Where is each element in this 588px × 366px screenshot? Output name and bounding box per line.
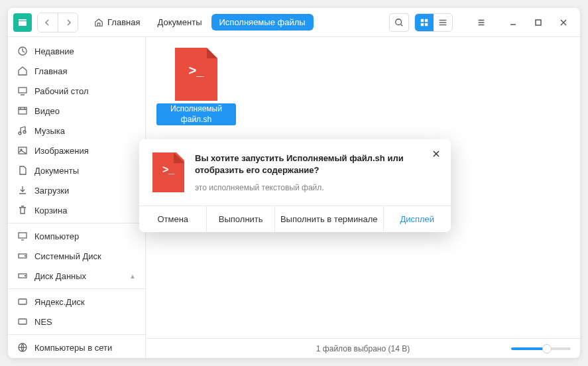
view-mode-group — [414, 13, 453, 32]
cloud-icon — [17, 296, 28, 307]
video-icon — [17, 105, 28, 116]
search-button[interactable] — [389, 13, 409, 32]
sidebar-item-music[interactable]: Музыка — [8, 121, 145, 141]
eject-icon[interactable]: ▲ — [129, 273, 136, 280]
sidebar-label: Компьютеры в сети — [34, 343, 112, 353]
sidebar-item-images[interactable]: Изображения — [8, 141, 145, 160]
sidebar-item-downloads[interactable]: Загрузки — [8, 180, 145, 200]
sidebar-label: Диск Данных — [34, 271, 86, 281]
svg-rect-20 — [19, 299, 27, 304]
music-icon — [17, 125, 28, 136]
svg-rect-5 — [421, 23, 424, 25]
svg-point-2 — [396, 19, 402, 25]
dialog-display-button[interactable]: Дисплей — [384, 206, 451, 232]
disk-icon — [17, 271, 28, 281]
sidebar: Недавние Главная Рабочий стол Видео Музы… — [8, 37, 146, 358]
status-text: 1 файлов выбрано (14 B) — [316, 344, 410, 353]
file-item[interactable]: >_ Исполняемый файл.sh — [156, 48, 236, 125]
sidebar-label: Изображения — [34, 146, 89, 156]
app-icon — [13, 13, 32, 32]
zoom-thumb[interactable] — [542, 344, 552, 353]
svg-rect-3 — [421, 19, 424, 21]
nav-group — [37, 13, 78, 32]
svg-rect-9 — [19, 88, 27, 93]
titlebar: Главная Документы Исполняемые файлы — [8, 8, 580, 37]
svg-rect-0 — [19, 19, 27, 21]
sidebar-label: Яндекс.Диск — [34, 297, 85, 307]
svg-rect-21 — [19, 319, 27, 324]
forward-button[interactable] — [58, 13, 78, 32]
sidebar-separator — [8, 288, 145, 289]
dialog-run-button[interactable]: Выполнить — [207, 206, 274, 232]
icon-view-button[interactable] — [415, 14, 434, 31]
sidebar-label: NES — [34, 317, 52, 327]
file-label: Исполняемый файл.sh — [156, 103, 236, 125]
svg-point-12 — [23, 131, 26, 133]
sidebar-label: Компьютер — [34, 231, 79, 241]
dialog-file-icon: >_ — [152, 152, 184, 192]
sidebar-item-desktop[interactable]: Рабочий стол — [8, 81, 145, 101]
sidebar-item-documents[interactable]: Документы — [8, 160, 145, 180]
sidebar-label: Рабочий стол — [34, 86, 89, 96]
sidebar-item-computer[interactable]: Компьютер — [8, 226, 145, 246]
sidebar-item-network-computers[interactable]: Компьютеры в сети — [8, 337, 145, 357]
sidebar-label: Корзина — [34, 206, 68, 215]
document-icon — [17, 165, 28, 176]
download-icon — [17, 185, 28, 196]
sidebar-item-recent[interactable]: Недавние — [8, 41, 145, 61]
svg-point-11 — [19, 132, 21, 135]
sidebar-label: Видео — [34, 106, 60, 116]
dialog-subtitle: это исполняемый текстовый файл. — [195, 183, 438, 192]
zoom-slider[interactable] — [511, 347, 571, 350]
svg-rect-10 — [19, 107, 27, 114]
image-icon — [17, 145, 28, 156]
menu-button[interactable] — [471, 13, 491, 32]
crumb-home[interactable]: Главная — [86, 14, 148, 30]
sidebar-label: Музыка — [34, 126, 65, 136]
crumb-documents[interactable]: Документы — [149, 14, 209, 30]
svg-rect-4 — [425, 19, 428, 21]
run-dialog: >_ Вы хотите запустить Исполняемый файл.… — [139, 139, 451, 232]
crumb-label: Документы — [157, 17, 202, 27]
dialog-run-terminal-button[interactable]: Выполнить в терминале — [275, 206, 384, 232]
breadcrumb: Главная Документы Исполняемые файлы — [86, 14, 314, 30]
cloud-icon — [17, 316, 28, 327]
minimize-button[interactable] — [507, 17, 519, 29]
crumb-label: Главная — [107, 17, 140, 27]
sidebar-separator — [8, 334, 145, 335]
trash-icon — [17, 205, 28, 215]
sidebar-label: Документы — [34, 166, 79, 176]
sidebar-item-nes[interactable]: NES — [8, 312, 145, 332]
disk-icon — [17, 251, 28, 261]
clock-icon — [17, 46, 28, 56]
window-controls — [507, 17, 569, 29]
svg-point-19 — [25, 276, 26, 276]
list-view-button[interactable] — [434, 14, 452, 31]
back-button[interactable] — [38, 13, 58, 32]
sidebar-item-yandex-disk[interactable]: Яндекс.Диск — [8, 292, 145, 312]
crumb-current[interactable]: Исполняемые файлы — [211, 14, 314, 30]
maximize-button[interactable] — [532, 17, 544, 29]
dialog-text: Вы хотите запустить Исполняемый файл.sh … — [195, 152, 438, 192]
sidebar-separator — [8, 223, 145, 223]
home-icon — [17, 66, 28, 76]
computer-icon — [17, 231, 28, 241]
statusbar: 1 файлов выбрано (14 B) — [146, 338, 580, 358]
svg-rect-1 — [19, 21, 27, 26]
crumb-label: Исполняемые файлы — [219, 17, 306, 27]
sidebar-item-system-disk[interactable]: Системный Диск — [8, 246, 145, 266]
sidebar-label: Недавние — [34, 46, 74, 56]
sh-file-icon: >_ — [175, 48, 217, 101]
sidebar-item-home[interactable]: Главная — [8, 61, 145, 81]
svg-rect-6 — [425, 23, 428, 25]
close-button[interactable] — [558, 17, 569, 29]
svg-rect-7 — [536, 20, 541, 25]
sidebar-item-video[interactable]: Видео — [8, 101, 145, 121]
svg-rect-15 — [19, 233, 27, 238]
desktop-icon — [17, 86, 28, 96]
dialog-close-button[interactable] — [430, 147, 443, 160]
network-icon — [17, 342, 28, 353]
dialog-cancel-button[interactable]: Отмена — [139, 206, 207, 232]
sidebar-item-data-disk[interactable]: Диск Данных▲ — [8, 266, 145, 286]
sidebar-item-trash[interactable]: Корзина — [8, 200, 145, 220]
